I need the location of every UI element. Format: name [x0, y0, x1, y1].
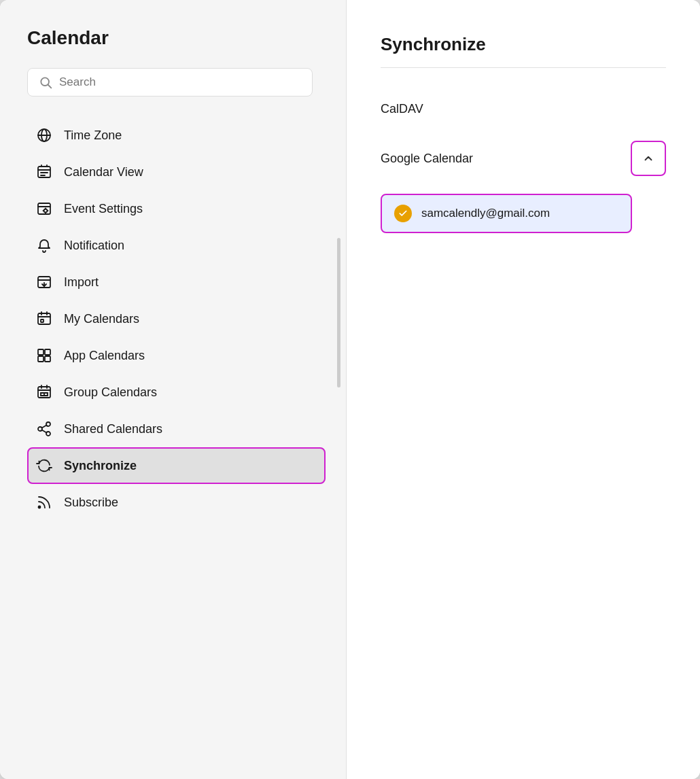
svg-line-42: [42, 430, 47, 433]
sidebar-title: Calendar: [27, 27, 326, 49]
shared-calendars-icon: [35, 420, 53, 438]
svg-rect-27: [45, 349, 50, 355]
subscribe-icon: [35, 494, 53, 511]
calendar-view-icon: [35, 163, 53, 181]
search-icon: [39, 75, 52, 89]
app-container: Calendar Time Zone: [0, 0, 700, 779]
account-email: samcalendly@gmail.com: [421, 207, 550, 220]
group-calendars-icon: [35, 383, 53, 401]
main-content: Synchronize CalDAV Google Calendar: [347, 0, 700, 779]
page-title: Synchronize: [381, 34, 666, 55]
sidebar-item-event-settings[interactable]: Event Settings: [27, 190, 326, 227]
sidebar-item-synchronize[interactable]: Synchronize: [27, 447, 326, 484]
sidebar-item-label-time-zone: Time Zone: [64, 128, 122, 143]
sidebar: Calendar Time Zone: [0, 0, 347, 779]
caldav-row[interactable]: CalDAV: [381, 90, 666, 128]
sidebar-item-label-subscribe: Subscribe: [64, 496, 118, 510]
sidebar-item-app-calendars[interactable]: App Calendars: [27, 337, 326, 374]
sync-icon: [35, 457, 53, 474]
sidebar-item-label-shared-calendars: Shared Calendars: [64, 422, 162, 436]
svg-rect-26: [38, 349, 43, 355]
divider: [381, 67, 666, 68]
sidebar-item-import[interactable]: Import: [27, 264, 326, 300]
sidebar-item-my-calendars[interactable]: My Calendars: [27, 300, 326, 337]
sidebar-item-label-notification: Notification: [64, 239, 124, 253]
check-circle: [394, 205, 412, 222]
app-calendars-icon: [35, 347, 53, 364]
event-settings-icon: [35, 200, 53, 218]
sidebar-item-calendar-view[interactable]: Calendar View: [27, 154, 326, 190]
svg-rect-25: [41, 319, 43, 322]
sidebar-item-label-my-calendars: My Calendars: [64, 312, 139, 326]
svg-rect-29: [45, 356, 50, 362]
bell-icon: [35, 237, 53, 254]
sync-section: CalDAV Google Calendar samcalendly: [381, 90, 666, 236]
sidebar-item-label-calendar-view: Calendar View: [64, 165, 143, 179]
sidebar-item-shared-calendars[interactable]: Shared Calendars: [27, 411, 326, 447]
sidebar-item-label-import: Import: [64, 275, 99, 290]
sidebar-item-notification[interactable]: Notification: [27, 227, 326, 264]
my-calendars-icon: [35, 310, 53, 328]
search-box[interactable]: [27, 68, 313, 97]
sidebar-item-label-group-calendars: Group Calendars: [64, 385, 157, 400]
svg-rect-21: [38, 313, 50, 324]
svg-point-44: [39, 506, 41, 508]
google-calendar-label: Google Calendar: [381, 152, 473, 166]
sidebar-item-label-event-settings: Event Settings: [64, 202, 143, 216]
caldav-label: CalDAV: [381, 102, 423, 116]
sidebar-item-group-calendars[interactable]: Group Calendars: [27, 374, 326, 411]
sidebar-item-label-app-calendars: App Calendars: [64, 349, 145, 363]
google-calendar-row[interactable]: Google Calendar: [381, 128, 666, 188]
checkmark-icon: [398, 209, 408, 218]
sidebar-item-time-zone[interactable]: Time Zone: [27, 117, 326, 154]
account-row[interactable]: samcalendly@gmail.com: [381, 194, 632, 233]
search-input[interactable]: [59, 75, 301, 89]
chevron-up-icon: [642, 152, 654, 165]
globe-icon: [35, 126, 53, 144]
google-calendar-expand-button[interactable]: [631, 141, 666, 176]
nav-list: Time Zone Calendar View: [27, 117, 326, 521]
svg-line-43: [42, 426, 47, 428]
svg-line-1: [48, 85, 52, 88]
svg-rect-28: [38, 356, 43, 362]
import-icon: [35, 273, 53, 291]
scrollbar[interactable]: [337, 238, 340, 387]
sidebar-item-label-synchronize: Synchronize: [64, 459, 137, 473]
sidebar-item-subscribe[interactable]: Subscribe: [27, 484, 326, 521]
